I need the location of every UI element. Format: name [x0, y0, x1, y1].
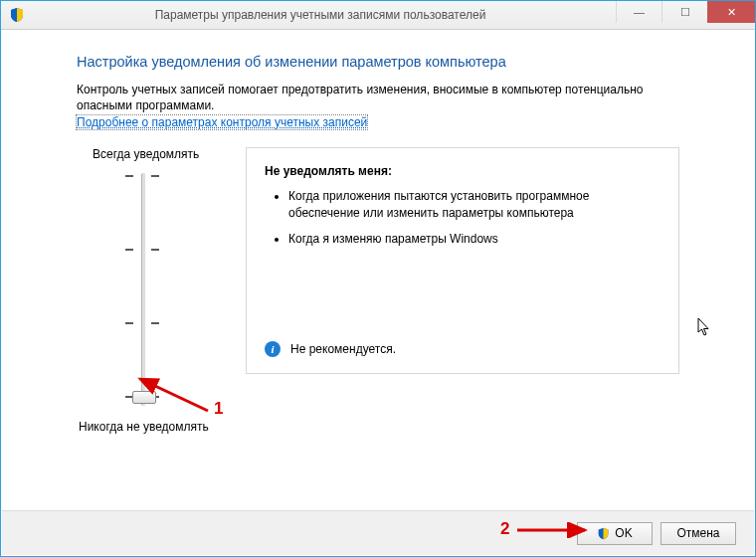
- titlebar: Параметры управления учетными записями п…: [1, 1, 755, 30]
- info-column: Не уведомлять меня: Когда приложения пыт…: [246, 147, 679, 434]
- intro-text: Контроль учетных записей помогает предот…: [77, 82, 679, 113]
- maximize-button[interactable]: ☐: [662, 1, 707, 23]
- ok-button-label: OK: [615, 526, 632, 540]
- slider-tick: [125, 249, 159, 251]
- slider-label-bottom: Никогда не уведомлять: [79, 420, 246, 434]
- notification-info-box: Не уведомлять меня: Когда приложения пыт…: [246, 147, 679, 374]
- slider-thumb[interactable]: [132, 391, 156, 404]
- page-heading: Настройка уведомления об изменении парам…: [77, 54, 679, 70]
- cancel-button[interactable]: Отмена: [661, 522, 736, 545]
- uac-shield-icon: [597, 527, 610, 540]
- ok-button[interactable]: OK: [577, 522, 653, 545]
- uac-settings-window: Параметры управления учетными записями п…: [0, 0, 756, 557]
- recommendation-text: Не рекомендуется.: [290, 342, 396, 356]
- minimize-button[interactable]: —: [616, 1, 662, 23]
- slider-track: [141, 173, 146, 406]
- info-bullet: Когда приложения пытаются установить про…: [288, 188, 661, 220]
- info-bullet-list: Когда приложения пытаются установить про…: [269, 188, 661, 247]
- uac-shield-icon: [9, 7, 25, 23]
- uac-level-slider[interactable]: [122, 169, 162, 410]
- cancel-button-label: Отмена: [676, 526, 719, 540]
- info-icon: i: [265, 341, 281, 357]
- window-chrome-buttons: — ☐ ✕: [616, 1, 755, 29]
- dialog-footer: OK Отмена: [2, 510, 754, 555]
- window-title: Параметры управления учетными записями п…: [25, 8, 616, 22]
- close-button[interactable]: ✕: [707, 1, 755, 23]
- recommendation-row: i Не рекомендуется.: [265, 341, 396, 357]
- slider-column: Всегда уведомлять Никогда не уведомлять: [77, 147, 246, 434]
- learn-more-link[interactable]: Подробнее о параметрах контроля учетных …: [77, 115, 367, 129]
- slider-tick: [125, 322, 159, 324]
- slider-tick: [125, 175, 159, 177]
- slider-label-top: Всегда уведомлять: [93, 147, 246, 161]
- info-bullet: Когда я изменяю параметры Windows: [288, 231, 661, 247]
- content-area: Настройка уведомления об изменении парам…: [1, 30, 755, 434]
- info-box-heading: Не уведомлять меня:: [265, 164, 661, 178]
